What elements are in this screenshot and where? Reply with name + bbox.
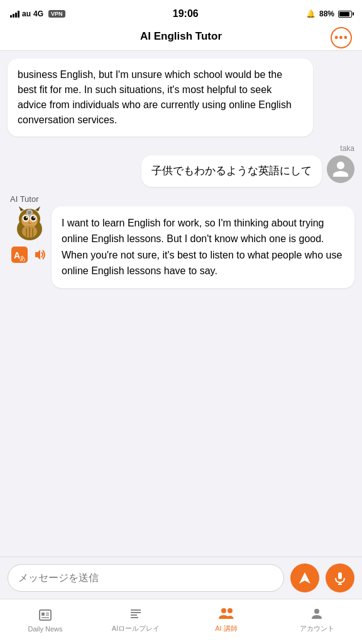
- svg-rect-28: [338, 572, 342, 579]
- user-message-row: taka 子供でもわかるような英語にして: [8, 144, 354, 187]
- chat-area: business English, but I'm unsure which s…: [0, 51, 362, 557]
- svg-marker-26: [35, 250, 40, 260]
- alarm-icon: 🔔: [306, 9, 315, 18]
- tab-daily-news-label: Daily News: [28, 625, 62, 633]
- user-sender-label: taka: [8, 144, 354, 153]
- send-icon: [298, 571, 312, 585]
- daily-news-icon: [38, 608, 53, 623]
- carrier-label: au: [22, 9, 31, 18]
- svg-point-42: [314, 609, 319, 614]
- svg-point-41: [228, 608, 233, 613]
- svg-point-40: [221, 608, 226, 613]
- tab-account[interactable]: アカウント: [272, 599, 362, 644]
- svg-text:あ: あ: [19, 255, 26, 262]
- page-title: AI English Tutor: [140, 30, 222, 42]
- more-icon: •••: [334, 32, 348, 43]
- network-label: 4G: [33, 9, 43, 18]
- svg-rect-21: [31, 211, 33, 214]
- user-message-bubble: 子供でもわかるような英語にして: [141, 155, 322, 187]
- tab-account-label: アカウント: [300, 624, 334, 633]
- svg-point-8: [31, 216, 36, 220]
- mic-button[interactable]: [326, 564, 354, 592]
- tab-ai-teacher-label: AI 講師: [215, 624, 237, 633]
- status-bar: au 4G VPN 19:06 🔔 88%: [0, 0, 362, 25]
- send-button[interactable]: [290, 564, 319, 592]
- signal-icon: [10, 10, 19, 18]
- message-input[interactable]: [8, 564, 284, 592]
- status-left: au 4G VPN: [10, 9, 65, 18]
- status-right: 🔔 88%: [306, 9, 352, 18]
- svg-point-17: [28, 211, 31, 214]
- svg-point-9: [26, 216, 27, 218]
- ai-roleplay-icon: [128, 606, 143, 621]
- user-message-text: 子供でもわかるような英語にして: [151, 165, 312, 177]
- ai-tutor-message-text: I want to learn English for work, so I'm…: [62, 218, 342, 277]
- more-button[interactable]: •••: [331, 27, 352, 48]
- vpn-badge: VPN: [48, 10, 65, 18]
- tab-ai-roleplay-label: AIロールプレイ: [112, 624, 160, 633]
- ai-teacher-icon: [217, 606, 235, 621]
- tab-bar: Daily News AIロールプレイ AI 講師 アカウント: [0, 599, 362, 644]
- svg-marker-3: [35, 206, 40, 211]
- owl-avatar: A あ: [8, 206, 52, 263]
- mic-icon: [333, 571, 347, 585]
- svg-rect-31: [40, 610, 51, 620]
- user-message-content: 子供でもわかるような英語にして: [8, 155, 354, 187]
- input-area: [0, 557, 362, 599]
- header: AI English Tutor •••: [0, 25, 362, 51]
- partial-ai-message: business English, but I'm unsure which s…: [8, 58, 313, 136]
- owl-icon-area[interactable]: A あ: [11, 247, 48, 263]
- svg-rect-32: [41, 613, 45, 616]
- tab-daily-news[interactable]: Daily News: [0, 599, 90, 644]
- battery-icon: [338, 11, 352, 18]
- ai-tutor-bubble-row: A あ I want to learn English for work, so…: [8, 206, 354, 288]
- owl-icon: [11, 206, 48, 243]
- speaker-icon[interactable]: [31, 247, 48, 263]
- status-time: 19:06: [173, 8, 199, 19]
- svg-rect-20: [26, 211, 28, 214]
- svg-rect-18: [28, 209, 31, 211]
- svg-marker-2: [19, 206, 24, 211]
- user-avatar: [327, 155, 354, 183]
- ai-tutor-label: AI Tutor: [8, 194, 39, 204]
- svg-point-7: [24, 216, 28, 220]
- ai-tutor-message-row: AI Tutor: [8, 194, 354, 288]
- svg-marker-27: [299, 572, 310, 584]
- svg-rect-19: [28, 214, 31, 216]
- battery-percent: 88%: [319, 9, 334, 18]
- ai-tutor-message-bubble: I want to learn English for work, so I'm…: [52, 206, 354, 288]
- tab-ai-roleplay[interactable]: AIロールプレイ: [90, 599, 181, 644]
- partial-ai-message-text: business English, but I'm unsure which s…: [18, 69, 292, 125]
- user-bubble-container: 子供でもわかるような英語にして: [141, 155, 322, 187]
- translate-icon[interactable]: A あ: [11, 247, 28, 263]
- user-avatar-icon: [331, 160, 350, 179]
- svg-point-10: [33, 216, 35, 218]
- account-icon: [309, 606, 324, 621]
- tab-ai-teacher[interactable]: AI 講師: [181, 599, 272, 644]
